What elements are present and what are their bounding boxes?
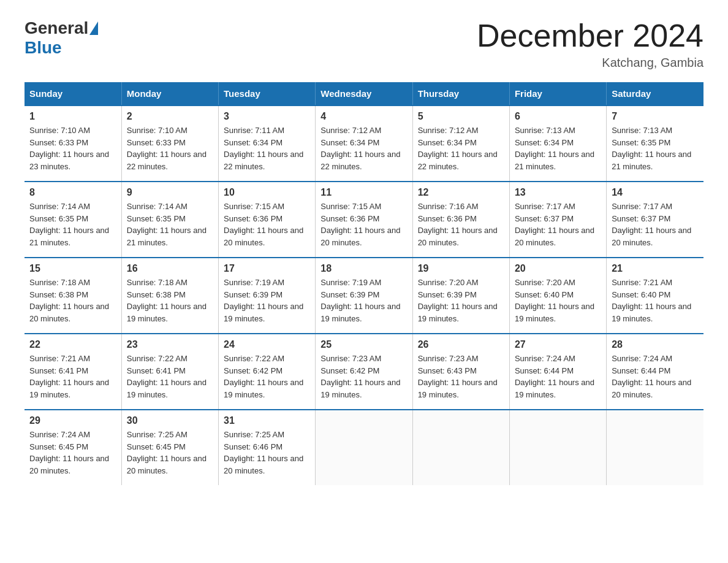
day-number: 14 — [612, 187, 699, 198]
calendar-day-cell: 25Sunrise: 7:23 AMSunset: 6:42 PMDayligh… — [316, 334, 412, 410]
day-info: Sunrise: 7:12 AMSunset: 6:34 PMDaylight:… — [320, 124, 407, 172]
day-number: 1 — [29, 111, 116, 122]
day-of-week-header: Monday — [121, 82, 218, 105]
location-subtitle: Katchang, Gambia — [477, 56, 703, 70]
calendar-day-cell: 9Sunrise: 7:14 AMSunset: 6:35 PMDaylight… — [121, 182, 218, 258]
calendar-day-cell — [412, 410, 509, 485]
day-number: 31 — [224, 415, 310, 426]
day-info: Sunrise: 7:15 AMSunset: 6:36 PMDaylight:… — [224, 201, 310, 248]
day-of-week-header: Sunday — [25, 82, 121, 105]
calendar-day-cell: 18Sunrise: 7:19 AMSunset: 6:39 PMDayligh… — [316, 258, 412, 334]
day-info: Sunrise: 7:15 AMSunset: 6:36 PMDaylight:… — [320, 201, 407, 248]
day-of-week-header: Wednesday — [316, 82, 412, 105]
day-info: Sunrise: 7:23 AMSunset: 6:43 PMDaylight:… — [418, 353, 504, 400]
calendar-day-cell: 8Sunrise: 7:14 AMSunset: 6:35 PMDaylight… — [25, 182, 121, 258]
calendar-week-row: 15Sunrise: 7:18 AMSunset: 6:38 PMDayligh… — [25, 258, 703, 334]
calendar-day-cell: 19Sunrise: 7:20 AMSunset: 6:39 PMDayligh… — [412, 258, 509, 334]
page-header: General Blue December 2024 Katchang, Gam… — [25, 18, 703, 70]
calendar-day-cell: 24Sunrise: 7:22 AMSunset: 6:42 PMDayligh… — [219, 334, 316, 410]
day-number: 21 — [612, 263, 699, 274]
day-number: 3 — [224, 111, 310, 122]
logo: General Blue — [25, 18, 99, 58]
calendar-day-cell: 31Sunrise: 7:25 AMSunset: 6:46 PMDayligh… — [219, 410, 316, 485]
day-info: Sunrise: 7:17 AMSunset: 6:37 PMDaylight:… — [515, 201, 601, 248]
day-number: 4 — [320, 111, 407, 122]
day-info: Sunrise: 7:18 AMSunset: 6:38 PMDaylight:… — [127, 277, 213, 324]
day-number: 20 — [515, 263, 601, 274]
day-number: 18 — [320, 263, 407, 274]
calendar-day-cell: 22Sunrise: 7:21 AMSunset: 6:41 PMDayligh… — [25, 334, 121, 410]
calendar-day-cell: 16Sunrise: 7:18 AMSunset: 6:38 PMDayligh… — [121, 258, 218, 334]
calendar-week-row: 29Sunrise: 7:24 AMSunset: 6:45 PMDayligh… — [25, 410, 703, 485]
day-number: 23 — [127, 339, 213, 350]
calendar-day-cell — [509, 410, 606, 485]
logo-blue-text: Blue — [25, 38, 62, 57]
day-info: Sunrise: 7:19 AMSunset: 6:39 PMDaylight:… — [224, 277, 310, 324]
day-number: 22 — [29, 339, 116, 350]
day-of-week-header: Thursday — [412, 82, 509, 105]
calendar-day-cell: 17Sunrise: 7:19 AMSunset: 6:39 PMDayligh… — [219, 258, 316, 334]
calendar-day-cell: 21Sunrise: 7:21 AMSunset: 6:40 PMDayligh… — [607, 258, 703, 334]
calendar-week-row: 8Sunrise: 7:14 AMSunset: 6:35 PMDaylight… — [25, 182, 703, 258]
calendar-week-row: 22Sunrise: 7:21 AMSunset: 6:41 PMDayligh… — [25, 334, 703, 410]
day-info: Sunrise: 7:10 AMSunset: 6:33 PMDaylight:… — [127, 124, 213, 172]
day-info: Sunrise: 7:16 AMSunset: 6:36 PMDaylight:… — [418, 201, 504, 248]
day-info: Sunrise: 7:20 AMSunset: 6:40 PMDaylight:… — [515, 277, 601, 324]
day-of-week-header: Friday — [509, 82, 606, 105]
day-info: Sunrise: 7:13 AMSunset: 6:35 PMDaylight:… — [612, 124, 699, 172]
day-number: 2 — [127, 111, 213, 122]
month-title: December 2024 — [477, 18, 703, 53]
day-number: 11 — [320, 187, 407, 198]
logo-triangle-icon — [89, 21, 98, 35]
day-info: Sunrise: 7:24 AMSunset: 6:44 PMDaylight:… — [612, 353, 699, 400]
calendar-day-cell — [607, 410, 703, 485]
calendar-day-cell — [316, 410, 412, 485]
calendar-day-cell: 11Sunrise: 7:15 AMSunset: 6:36 PMDayligh… — [316, 182, 412, 258]
day-number: 6 — [515, 111, 601, 122]
day-info: Sunrise: 7:23 AMSunset: 6:42 PMDaylight:… — [320, 353, 407, 400]
day-number: 26 — [418, 339, 504, 350]
day-number: 12 — [418, 187, 504, 198]
day-info: Sunrise: 7:18 AMSunset: 6:38 PMDaylight:… — [29, 277, 116, 324]
calendar-header-row: SundayMondayTuesdayWednesdayThursdayFrid… — [25, 82, 703, 105]
calendar-day-cell: 28Sunrise: 7:24 AMSunset: 6:44 PMDayligh… — [607, 334, 703, 410]
calendar-day-cell: 29Sunrise: 7:24 AMSunset: 6:45 PMDayligh… — [25, 410, 121, 485]
day-number: 28 — [612, 339, 699, 350]
calendar-day-cell: 15Sunrise: 7:18 AMSunset: 6:38 PMDayligh… — [25, 258, 121, 334]
day-of-week-header: Tuesday — [219, 82, 316, 105]
calendar-day-cell: 4Sunrise: 7:12 AMSunset: 6:34 PMDaylight… — [316, 105, 412, 182]
day-info: Sunrise: 7:19 AMSunset: 6:39 PMDaylight:… — [320, 277, 407, 324]
day-info: Sunrise: 7:22 AMSunset: 6:42 PMDaylight:… — [224, 353, 310, 400]
day-info: Sunrise: 7:12 AMSunset: 6:34 PMDaylight:… — [418, 124, 504, 172]
calendar-day-cell: 12Sunrise: 7:16 AMSunset: 6:36 PMDayligh… — [412, 182, 509, 258]
day-info: Sunrise: 7:20 AMSunset: 6:39 PMDaylight:… — [418, 277, 504, 324]
calendar-day-cell: 1Sunrise: 7:10 AMSunset: 6:33 PMDaylight… — [25, 105, 121, 182]
day-info: Sunrise: 7:25 AMSunset: 6:46 PMDaylight:… — [224, 429, 310, 477]
calendar-day-cell: 2Sunrise: 7:10 AMSunset: 6:33 PMDaylight… — [121, 105, 218, 182]
day-number: 16 — [127, 263, 213, 274]
day-number: 27 — [515, 339, 601, 350]
day-number: 7 — [612, 111, 699, 122]
day-number: 30 — [127, 415, 213, 426]
day-number: 29 — [29, 415, 116, 426]
day-number: 17 — [224, 263, 310, 274]
calendar-week-row: 1Sunrise: 7:10 AMSunset: 6:33 PMDaylight… — [25, 105, 703, 182]
day-info: Sunrise: 7:24 AMSunset: 6:44 PMDaylight:… — [515, 353, 601, 400]
day-number: 13 — [515, 187, 601, 198]
day-info: Sunrise: 7:24 AMSunset: 6:45 PMDaylight:… — [29, 429, 116, 477]
title-block: December 2024 Katchang, Gambia — [477, 18, 703, 70]
calendar-day-cell: 7Sunrise: 7:13 AMSunset: 6:35 PMDaylight… — [607, 105, 703, 182]
day-number: 15 — [29, 263, 116, 274]
calendar-day-cell: 3Sunrise: 7:11 AMSunset: 6:34 PMDaylight… — [219, 105, 316, 182]
day-info: Sunrise: 7:14 AMSunset: 6:35 PMDaylight:… — [127, 201, 213, 248]
calendar-day-cell: 27Sunrise: 7:24 AMSunset: 6:44 PMDayligh… — [509, 334, 606, 410]
calendar-day-cell: 6Sunrise: 7:13 AMSunset: 6:34 PMDaylight… — [509, 105, 606, 182]
day-number: 5 — [418, 111, 504, 122]
day-number: 8 — [29, 187, 116, 198]
calendar-day-cell: 5Sunrise: 7:12 AMSunset: 6:34 PMDaylight… — [412, 105, 509, 182]
day-number: 10 — [224, 187, 310, 198]
calendar-day-cell: 30Sunrise: 7:25 AMSunset: 6:45 PMDayligh… — [121, 410, 218, 485]
calendar-day-cell: 13Sunrise: 7:17 AMSunset: 6:37 PMDayligh… — [509, 182, 606, 258]
day-info: Sunrise: 7:14 AMSunset: 6:35 PMDaylight:… — [29, 201, 116, 248]
day-info: Sunrise: 7:21 AMSunset: 6:40 PMDaylight:… — [612, 277, 699, 324]
